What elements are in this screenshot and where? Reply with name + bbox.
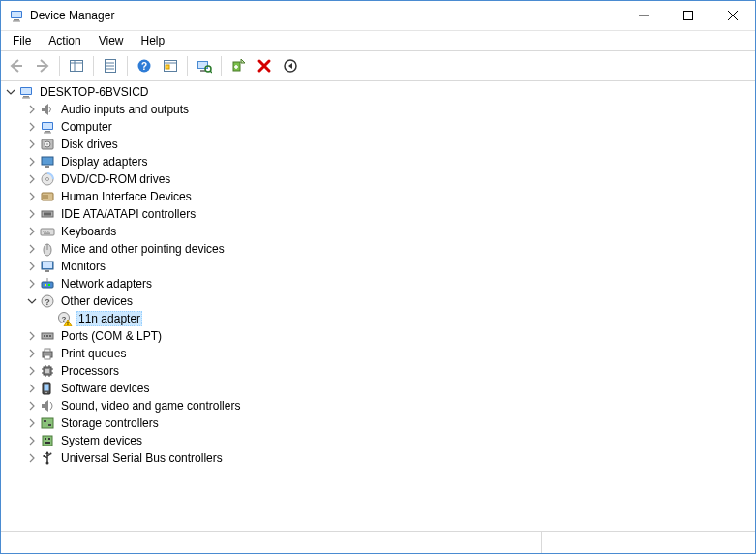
expander-expand-icon[interactable] — [24, 189, 40, 204]
menu-action[interactable]: Action — [41, 32, 88, 49]
expander-expand-icon[interactable] — [24, 137, 40, 152]
usb-icon — [40, 450, 55, 466]
expander-expand-icon[interactable] — [24, 398, 40, 414]
computer-icon — [40, 119, 55, 135]
expander-expand-icon[interactable] — [24, 154, 40, 169]
tree-item[interactable]: Disk drives — [24, 136, 755, 153]
svg-rect-93 — [48, 424, 51, 426]
tree-item[interactable]: Mice and other pointing devices — [24, 240, 755, 258]
tree-item[interactable]: Print queues — [24, 345, 755, 362]
tree-item[interactable]: Audio inputs and outputs — [24, 101, 755, 118]
svg-rect-1 — [12, 12, 21, 17]
expander-expand-icon[interactable] — [24, 241, 40, 257]
display-icon — [40, 154, 55, 169]
close-button[interactable] — [711, 1, 755, 30]
svg-rect-97 — [45, 442, 50, 444]
tree-item-label: Audio inputs and outputs — [59, 103, 191, 116]
svg-rect-52 — [47, 231, 49, 232]
expander-expand-icon[interactable] — [24, 381, 40, 396]
update-driver-button[interactable] — [227, 54, 250, 77]
tree-item[interactable]: Sound, video and game controllers — [24, 397, 755, 415]
storage-icon — [40, 416, 55, 431]
svg-text:?: ? — [45, 297, 50, 307]
expander-expand-icon[interactable] — [24, 346, 40, 361]
tree-item[interactable]: Human Interface Devices — [24, 188, 755, 205]
printer-icon — [40, 346, 55, 361]
expander-collapse-icon[interactable] — [24, 293, 40, 309]
maximize-button[interactable] — [666, 1, 711, 30]
menu-file[interactable]: File — [5, 32, 39, 49]
uninstall-button[interactable] — [253, 54, 276, 77]
status-pane-right — [542, 532, 755, 553]
expander-expand-icon[interactable] — [24, 171, 40, 187]
tree-item[interactable]: ?Other devices — [24, 292, 755, 310]
expander-expand-icon[interactable] — [24, 224, 40, 239]
tree-item[interactable]: Display adapters — [24, 153, 755, 170]
expander-expand-icon[interactable] — [24, 433, 40, 448]
tree-item[interactable]: Ports (COM & LPT) — [24, 327, 755, 345]
tree-item[interactable]: Processors — [24, 362, 755, 380]
svg-rect-48 — [44, 213, 51, 216]
svg-rect-61 — [48, 284, 50, 286]
svg-rect-30 — [42, 108, 45, 111]
tree-item[interactable]: Monitors — [24, 258, 755, 275]
tree-item-label: Monitors — [59, 260, 107, 273]
expander-expand-icon[interactable] — [24, 102, 40, 117]
tree-item[interactable]: DESKTOP-6BVSICD — [3, 83, 755, 101]
action-button[interactable] — [159, 54, 182, 77]
show-hide-tree-button[interactable] — [65, 54, 88, 77]
tree-item-label: 11n adapter — [76, 311, 142, 326]
expander-expand-icon[interactable] — [24, 206, 40, 222]
menu-view[interactable]: View — [91, 32, 132, 49]
menu-help[interactable]: Help — [134, 32, 173, 49]
svg-point-42 — [46, 178, 49, 181]
window-title: Device Manager — [30, 9, 114, 22]
expander-expand-icon[interactable] — [24, 328, 40, 344]
svg-rect-39 — [42, 157, 53, 165]
back-button[interactable] — [5, 54, 28, 77]
expander-expand-icon[interactable] — [24, 259, 40, 274]
help-button[interactable]: ? — [133, 54, 156, 77]
minimize-button[interactable] — [621, 1, 666, 30]
tree-item[interactable]: DVD/CD-ROM drives — [24, 170, 755, 188]
expander-expand-icon[interactable] — [24, 416, 40, 431]
tree-item[interactable]: Keyboards — [24, 223, 755, 240]
expander-expand-icon[interactable] — [24, 119, 40, 135]
tree-item-label: Sound, video and game controllers — [59, 399, 242, 413]
svg-rect-34 — [45, 131, 50, 133]
svg-point-70 — [44, 335, 45, 337]
svg-marker-31 — [45, 104, 48, 115]
tree-item[interactable]: Computer — [24, 118, 755, 136]
expander-expand-icon[interactable] — [24, 450, 40, 466]
dvd-icon — [40, 171, 55, 187]
expander-expand-icon[interactable] — [24, 276, 40, 292]
tree-item[interactable]: System devices — [24, 432, 755, 449]
expander-collapse-icon[interactable] — [3, 84, 18, 100]
status-pane-left — [1, 532, 542, 553]
svg-rect-4 — [684, 12, 693, 20]
expander-expand-icon[interactable] — [24, 363, 40, 379]
tree-item[interactable]: Universal Serial Bus controllers — [24, 449, 755, 467]
svg-rect-60 — [45, 284, 46, 286]
svg-text:!: ! — [67, 321, 69, 326]
expander-none — [42, 311, 57, 326]
device-tree[interactable]: DESKTOP-6BVSICDAudio inputs and outputsC… — [1, 81, 755, 531]
svg-rect-35 — [44, 133, 51, 134]
svg-rect-58 — [45, 270, 49, 272]
tree-item[interactable]: Network adapters — [24, 275, 755, 292]
forward-button[interactable] — [31, 54, 54, 77]
properties-button[interactable] — [99, 54, 122, 77]
tree-item-label: Computer — [59, 120, 114, 134]
disable-device-button[interactable] — [279, 54, 302, 77]
tree-item[interactable]: ?!11n adapter — [42, 310, 755, 327]
tree-item[interactable]: Storage controllers — [24, 415, 755, 432]
disk-icon — [40, 137, 55, 152]
port-icon — [40, 328, 55, 344]
tree-item[interactable]: Software devices — [24, 380, 755, 397]
tree-item[interactable]: IDE ATA/ATAPI controllers — [24, 205, 755, 223]
scan-hardware-button[interactable] — [193, 54, 216, 77]
svg-marker-90 — [45, 400, 48, 412]
tree-item-label: Storage controllers — [59, 416, 161, 430]
toolbar: ? — [1, 51, 755, 81]
svg-rect-94 — [43, 436, 52, 446]
